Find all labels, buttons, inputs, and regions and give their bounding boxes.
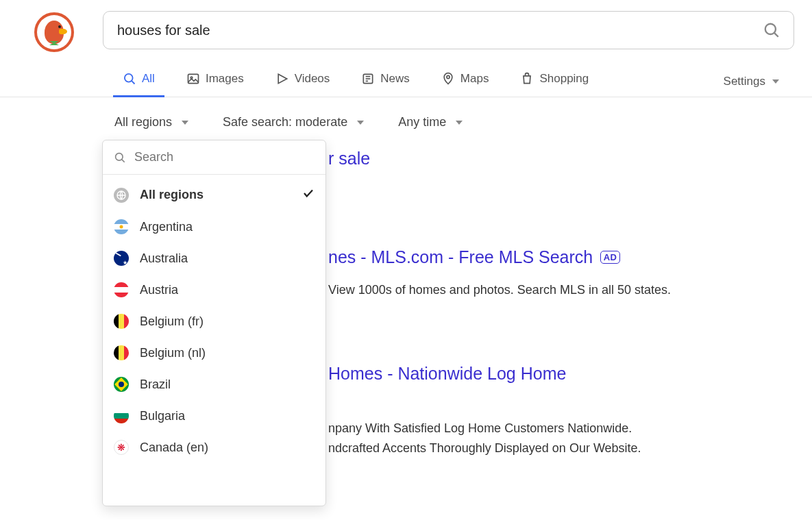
region-dropdown: All regions Argentina Australia Austria … xyxy=(102,140,326,506)
region-item-australia[interactable]: Australia xyxy=(103,243,325,274)
flag-icon xyxy=(114,251,129,266)
search-button[interactable] xyxy=(759,17,785,43)
filter-time[interactable]: Any time xyxy=(398,115,463,129)
region-item-belgium-fr[interactable]: Belgium (fr) xyxy=(103,306,325,337)
svg-point-10 xyxy=(447,75,450,78)
region-item-canada-en[interactable]: Canada (en) xyxy=(103,432,325,463)
result-description: View 1000s of homes and photos. Search M… xyxy=(328,280,812,300)
ad-badge: AD xyxy=(600,251,621,264)
settings-button[interactable]: Settings xyxy=(724,75,812,88)
result-title-link[interactable]: Homes - Nationwide Log Home xyxy=(328,364,566,383)
tab-label: News xyxy=(380,72,410,86)
region-item-label: All regions xyxy=(140,188,204,202)
flag-icon xyxy=(114,219,129,234)
logo[interactable] xyxy=(34,12,74,52)
region-item-label: Belgium (fr) xyxy=(140,314,204,329)
tab-label: Maps xyxy=(460,72,489,86)
region-search-input[interactable] xyxy=(134,150,315,164)
svg-rect-4 xyxy=(188,74,198,83)
result-title-link[interactable]: nes - MLS.com - Free MLS Search xyxy=(328,247,593,267)
result: nes - MLS.com - Free MLS Search AD View … xyxy=(328,246,812,300)
news-icon xyxy=(361,72,375,86)
region-item-label: Argentina xyxy=(140,220,193,234)
chevron-down-icon xyxy=(357,121,364,125)
result-description-line: ndcrafted Accents Thoroughly Displayed o… xyxy=(328,438,812,458)
tab-all[interactable]: All xyxy=(113,65,164,97)
region-item-argentina[interactable]: Argentina xyxy=(103,211,325,243)
settings-label: Settings xyxy=(724,75,765,88)
flag-icon xyxy=(114,408,129,423)
svg-line-1 xyxy=(774,33,778,37)
region-item-label: Brazil xyxy=(140,377,171,392)
tab-label: Images xyxy=(206,72,244,86)
search-icon xyxy=(114,151,126,164)
result: r sale xyxy=(328,147,812,171)
tab-label: Videos xyxy=(295,72,330,86)
check-icon xyxy=(302,187,315,203)
filter-label: All regions xyxy=(114,115,172,129)
region-item-belgium-nl[interactable]: Belgium (nl) xyxy=(103,337,325,369)
svg-line-12 xyxy=(122,159,125,162)
map-pin-icon xyxy=(441,72,455,86)
chevron-down-icon xyxy=(456,121,463,125)
filter-safesearch[interactable]: Safe search: moderate xyxy=(223,115,364,129)
region-item-austria[interactable]: Austria xyxy=(103,274,325,306)
svg-line-3 xyxy=(132,81,134,84)
chevron-down-icon xyxy=(182,121,188,125)
svg-point-0 xyxy=(765,24,776,34)
region-item-label: Belgium (nl) xyxy=(140,346,206,360)
region-item-label: Australia xyxy=(140,251,188,266)
flag-icon xyxy=(114,282,129,297)
region-search-row xyxy=(103,140,325,175)
shopping-icon xyxy=(520,72,534,86)
tab-shopping[interactable]: Shopping xyxy=(510,65,598,97)
region-item-label: Bulgaria xyxy=(140,409,185,423)
video-icon xyxy=(275,72,289,86)
region-list[interactable]: All regions Argentina Australia Austria … xyxy=(103,175,325,506)
region-item-bulgaria[interactable]: Bulgaria xyxy=(103,400,325,432)
flag-icon xyxy=(114,345,129,360)
search-box xyxy=(103,11,794,49)
flag-icon xyxy=(114,440,129,455)
region-item-brazil[interactable]: Brazil xyxy=(103,369,325,400)
result: Homes - Nationwide Log Home npany With S… xyxy=(328,362,812,458)
globe-icon xyxy=(114,188,129,203)
tab-videos[interactable]: Videos xyxy=(266,65,340,97)
chevron-down-icon xyxy=(772,79,779,84)
filter-label: Any time xyxy=(398,115,446,129)
filters: All regions Safe search: moderate Any ti… xyxy=(0,115,812,129)
search-icon xyxy=(763,21,780,39)
flag-icon xyxy=(114,377,129,392)
tabs: All Images Videos News Maps Shopping Set… xyxy=(0,66,812,97)
filter-label: Safe search: moderate xyxy=(223,115,347,129)
image-icon xyxy=(186,72,200,86)
search-input[interactable] xyxy=(117,23,755,38)
svg-point-11 xyxy=(116,153,123,160)
filter-region[interactable]: All regions xyxy=(114,115,188,129)
flag-icon xyxy=(114,314,129,329)
tab-images[interactable]: Images xyxy=(177,65,254,97)
region-item-label: Canada (en) xyxy=(140,441,208,455)
tab-label: All xyxy=(142,72,155,86)
result-description: npany With Satisfied Log Home Customers … xyxy=(328,419,812,458)
tab-news[interactable]: News xyxy=(352,65,419,97)
search-icon xyxy=(123,72,136,86)
region-item-all[interactable]: All regions xyxy=(103,179,325,211)
tab-maps[interactable]: Maps xyxy=(432,65,499,97)
result-title-link[interactable]: r sale xyxy=(328,149,370,168)
tab-label: Shopping xyxy=(539,72,589,86)
result-description-line: npany With Satisfied Log Home Customers … xyxy=(328,419,812,438)
svg-point-2 xyxy=(125,74,133,82)
region-item-label: Austria xyxy=(140,283,178,297)
